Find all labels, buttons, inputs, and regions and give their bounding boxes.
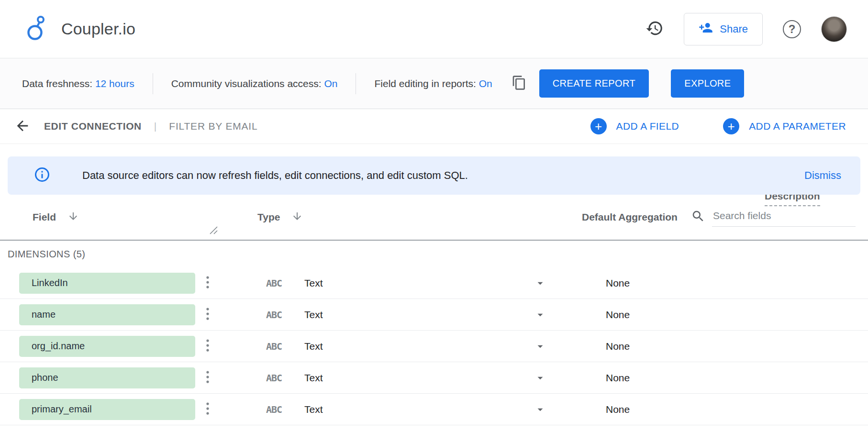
field-name-pill[interactable]: name: [19, 304, 195, 325]
search-icon[interactable]: [691, 209, 705, 225]
type-column-header[interactable]: Type: [257, 195, 303, 240]
type-dropdown-arrow-icon[interactable]: [534, 299, 546, 330]
dismiss-button[interactable]: Dismiss: [804, 169, 841, 182]
share-label: Share: [720, 23, 748, 35]
text-type-icon: ABC: [266, 267, 282, 299]
edit-connection-button[interactable]: EDIT CONNECTION: [44, 121, 142, 132]
share-button[interactable]: Share: [684, 13, 763, 45]
table-row: primary_email ABC Text None: [0, 394, 868, 425]
more-vert-icon: [203, 338, 212, 354]
field-name-pill[interactable]: LinkedIn: [19, 273, 195, 294]
field-rows: LinkedIn ABC Text None name: [0, 267, 868, 425]
more-vert-icon: [203, 275, 212, 291]
person-add-icon: [699, 21, 713, 38]
info-icon: [33, 166, 51, 185]
type-dropdown-arrow-icon[interactable]: [534, 331, 546, 362]
row-options-button[interactable]: [203, 401, 212, 417]
back-button[interactable]: [14, 118, 31, 135]
help-button[interactable]: ?: [783, 20, 801, 38]
type-value[interactable]: Text: [304, 394, 323, 425]
connection-name: FILTER BY EMAIL: [169, 121, 257, 132]
more-vert-icon: [203, 370, 212, 386]
more-vert-icon: [203, 401, 212, 417]
table-row: org_id.name ABC Text None: [0, 331, 868, 362]
sort-down-icon: [67, 210, 79, 224]
type-dropdown-arrow-icon[interactable]: [534, 267, 546, 299]
settings-bar: Data freshness: 12 hours Community visua…: [0, 58, 868, 109]
separator: [153, 73, 153, 94]
field-name-pill[interactable]: primary_email: [19, 399, 195, 420]
type-value[interactable]: Text: [304, 331, 323, 362]
column-resize-handle[interactable]: [209, 225, 218, 237]
table-row: LinkedIn ABC Text None: [0, 267, 868, 299]
plus-icon: +: [590, 118, 607, 134]
create-report-button[interactable]: CREATE REPORT: [539, 69, 649, 98]
aggregation-value: None: [606, 394, 630, 425]
plus-icon: +: [723, 118, 739, 134]
coupler-logo-icon: [25, 15, 49, 44]
add-field-label: ADD A FIELD: [616, 121, 679, 132]
brand-name: Coupler.io: [61, 20, 135, 38]
field-column-header[interactable]: Field: [33, 195, 79, 240]
type-value[interactable]: Text: [304, 362, 323, 393]
app-header: Coupler.io Share ?: [0, 0, 868, 58]
toolbar-separator: |: [154, 121, 156, 132]
add-parameter-label: ADD A PARAMETER: [749, 121, 846, 132]
default-aggregation-column-header: Default Aggregation: [582, 195, 678, 240]
aggregation-value: None: [606, 331, 630, 362]
version-history-button[interactable]: [645, 19, 664, 39]
more-vert-icon: [203, 307, 212, 322]
banner-message: Data source editors can now refresh fiel…: [82, 169, 468, 182]
field-editing-label: Field editing in reports:: [374, 78, 476, 89]
add-parameter-button[interactable]: + ADD A PARAMETER: [723, 118, 846, 134]
aggregation-value: None: [606, 267, 630, 299]
table-row: phone ABC Text None: [0, 362, 868, 394]
field-editing-setting: Field editing in reports: On: [374, 78, 492, 89]
data-freshness-value[interactable]: 12 hours: [95, 78, 134, 89]
dimensions-section-label: DIMENSIONS (5): [8, 249, 85, 260]
help-icon: ?: [783, 20, 801, 38]
field-editing-value[interactable]: On: [479, 78, 492, 89]
back-arrow-icon: [14, 118, 31, 135]
row-options-button[interactable]: [203, 370, 212, 386]
data-freshness-label: Data freshness:: [22, 78, 92, 89]
row-options-button[interactable]: [203, 307, 212, 322]
type-dropdown-arrow-icon[interactable]: [534, 362, 546, 393]
history-icon: [645, 19, 664, 39]
text-type-icon: ABC: [266, 331, 282, 362]
table-row: name ABC Text None: [0, 299, 868, 331]
add-field-button[interactable]: + ADD A FIELD: [590, 118, 679, 134]
row-options-button[interactable]: [203, 338, 212, 354]
community-visualizations-value[interactable]: On: [324, 78, 337, 89]
sort-down-icon: [291, 210, 303, 224]
edit-connection-toolbar: EDIT CONNECTION | FILTER BY EMAIL + ADD …: [0, 109, 868, 144]
explore-button[interactable]: EXPLORE: [671, 69, 744, 98]
aggregation-value: None: [606, 299, 630, 330]
text-type-icon: ABC: [266, 299, 282, 330]
field-name-pill[interactable]: org_id.name: [19, 336, 195, 357]
copy-button[interactable]: [512, 75, 527, 92]
aggregation-value: None: [606, 362, 630, 393]
field-name-pill[interactable]: phone: [19, 367, 195, 388]
info-banner: Data source editors can now refresh fiel…: [8, 156, 860, 195]
row-options-button[interactable]: [203, 275, 212, 291]
community-visualizations-setting: Community visualizations access: On: [171, 78, 338, 89]
fields-table-header: Description Field Type Default Aggregati…: [0, 195, 868, 241]
community-visualizations-label: Community visualizations access:: [171, 78, 322, 89]
text-type-icon: ABC: [266, 394, 282, 425]
data-freshness-setting: Data freshness: 12 hours: [22, 78, 134, 89]
search-fields-input[interactable]: [712, 207, 856, 227]
brand[interactable]: Coupler.io: [25, 15, 135, 44]
copy-icon: [512, 75, 527, 92]
separator: [356, 73, 356, 94]
avatar[interactable]: [821, 16, 847, 42]
type-value[interactable]: Text: [304, 299, 323, 330]
type-dropdown-arrow-icon[interactable]: [534, 394, 546, 425]
type-value[interactable]: Text: [304, 267, 323, 299]
text-type-icon: ABC: [266, 362, 282, 393]
dimensions-section-header: DIMENSIONS (5): [0, 241, 868, 267]
